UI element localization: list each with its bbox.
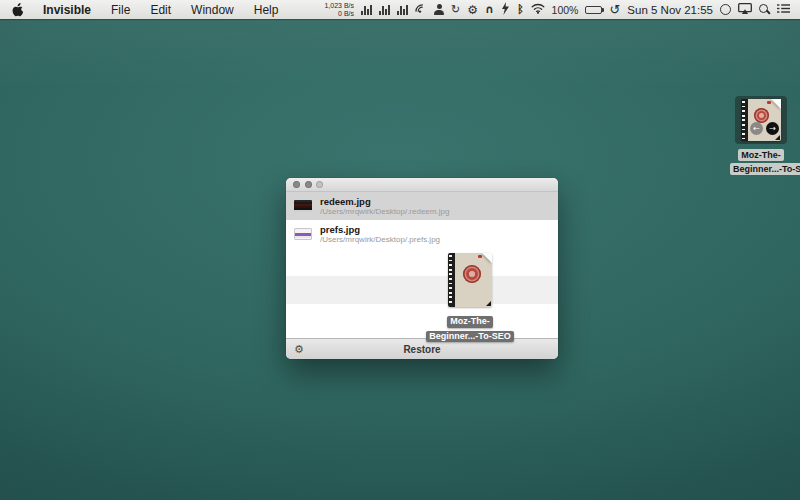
- power-bolt-icon[interactable]: [501, 2, 510, 18]
- prefs-thumbnail: [294, 228, 312, 240]
- siri-icon[interactable]: [720, 4, 731, 15]
- app-menu-invisible[interactable]: Invisible: [33, 0, 101, 19]
- net-up: 1,023 B/s: [324, 2, 354, 10]
- user-icon[interactable]: [434, 4, 444, 15]
- file-info: redeem.jpg /Users/mrqwirk/Desktop/.redee…: [320, 196, 449, 217]
- window-titlebar[interactable]: [286, 178, 558, 192]
- restore-button[interactable]: Restore: [403, 344, 440, 355]
- file-name: redeem.jpg: [320, 196, 449, 207]
- dragged-file-moz-pdf[interactable]: Moz-The- Beginner...-To-SEO: [400, 253, 540, 342]
- file-path: /Users/mrqwirk/Desktop/.prefs.jpg: [320, 235, 440, 245]
- apple-menu[interactable]: [0, 0, 33, 19]
- label-line-1: Moz-The-: [738, 149, 784, 161]
- spiral-binding: [742, 101, 745, 139]
- battery-percentage: 100%: [552, 4, 579, 16]
- menu-bar-clock[interactable]: Sun 5 Nov 21:55: [627, 4, 713, 16]
- sync-icon[interactable]: ↻: [451, 4, 460, 15]
- thumbnail-nav: ← →: [748, 122, 781, 135]
- desktop-icon-selection-box: ← →: [735, 96, 787, 144]
- redeem-thumbnail: [294, 200, 312, 212]
- close-button[interactable]: [293, 181, 300, 188]
- time-machine-icon[interactable]: ↺: [609, 3, 620, 16]
- label-line-1: Moz-The-: [447, 316, 493, 328]
- menu-help[interactable]: Help: [244, 0, 289, 19]
- menu-edit[interactable]: Edit: [140, 0, 181, 19]
- desktop-file-moz-pdf[interactable]: ← → Moz-The- Beginner...-To-SEO: [730, 96, 792, 175]
- page-fold: [771, 99, 781, 109]
- moz-badge-icon: [754, 108, 769, 123]
- spotlight-icon[interactable]: [759, 4, 770, 16]
- menu-bar: Invisible File Edit Window Help 1,023 B/…: [0, 0, 800, 19]
- next-arrow-icon: →: [766, 122, 779, 135]
- disk-histogram-icon[interactable]: [397, 4, 408, 15]
- cpu-histogram-icon[interactable]: [361, 4, 372, 15]
- zoom-button[interactable]: [316, 181, 323, 188]
- file-row-redeem[interactable]: redeem.jpg /Users/mrqwirk/Desktop/.redee…: [286, 192, 558, 220]
- file-path: /Users/mrqwirk/Desktop/.redeem.jpg: [320, 207, 449, 217]
- moz-book-icon: ← →: [741, 99, 781, 141]
- desktop-icon-label: Moz-The- Beginner...-To-SEO: [730, 147, 792, 175]
- network-speed-indicator[interactable]: 1,023 B/s 0 B/s: [324, 2, 354, 18]
- airplay-icon[interactable]: [738, 3, 752, 17]
- file-info: prefs.jpg /Users/mrqwirk/Desktop/.prefs.…: [320, 224, 440, 245]
- label-line-2: Beginner...-To-SEO: [730, 163, 800, 175]
- corner-notch: [775, 135, 780, 140]
- menu-bar-left: Invisible File Edit Window Help: [0, 0, 288, 19]
- net-down: 0 B/s: [324, 10, 354, 18]
- label-line-2: Beginner...-To-SEO: [426, 331, 513, 343]
- battery-icon[interactable]: [585, 6, 602, 14]
- hotspot-icon[interactable]: [415, 3, 427, 17]
- gear-icon[interactable]: ⚙: [467, 4, 478, 16]
- wifi-icon[interactable]: [531, 3, 545, 17]
- moz-badge-icon: [463, 265, 481, 283]
- drag-label: Moz-The- Beginner...-To-SEO: [400, 313, 540, 342]
- apple-icon: [12, 3, 24, 17]
- page-fold: [482, 253, 492, 263]
- corner-notch: [486, 301, 491, 306]
- memory-histogram-icon[interactable]: [379, 4, 390, 15]
- prev-arrow-icon: ←: [750, 122, 763, 135]
- moz-book-icon: [448, 253, 492, 307]
- file-row-prefs[interactable]: prefs.jpg /Users/mrqwirk/Desktop/.prefs.…: [286, 220, 558, 248]
- invisible-app-window: redeem.jpg /Users/mrqwirk/Desktop/.redee…: [286, 178, 558, 359]
- menu-bar-status: 1,023 B/s 0 B/s ↻ ⚙ ∩ ᛒ 100% ↺ Sun 5 Nov…: [324, 0, 800, 19]
- settings-gear-icon[interactable]: ⚙: [294, 344, 304, 355]
- headset-icon[interactable]: ∩: [485, 4, 494, 15]
- minimize-button[interactable]: [305, 181, 312, 188]
- desktop: { "menu_bar": { "app_name": "Invisible",…: [0, 0, 800, 500]
- notification-center-icon[interactable]: [777, 3, 790, 17]
- file-name: prefs.jpg: [320, 224, 440, 235]
- spiral-binding: [449, 255, 452, 305]
- menu-window[interactable]: Window: [181, 0, 244, 19]
- bluetooth-icon[interactable]: ᛒ: [517, 4, 524, 15]
- menu-file[interactable]: File: [101, 0, 140, 19]
